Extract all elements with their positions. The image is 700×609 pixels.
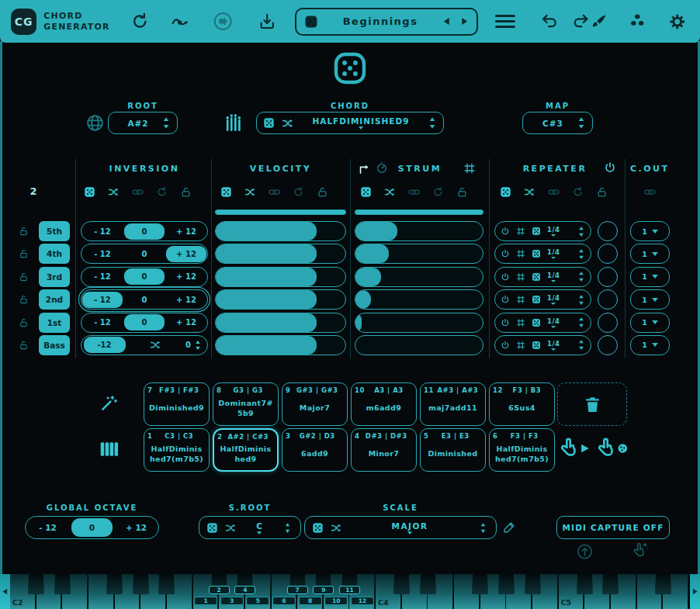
repeater-row-dice-icon[interactable] <box>532 272 541 282</box>
strum-bar[interactable] <box>355 244 483 264</box>
map-spinner-icon[interactable] <box>577 116 586 130</box>
repeater-control[interactable]: 1/4 <box>494 244 591 264</box>
repeater-power-icon[interactable] <box>604 161 616 174</box>
note-degree-button[interactable]: Bass <box>39 335 70 355</box>
repeater-reset-icon[interactable] <box>572 186 584 198</box>
theme-brush-icon[interactable] <box>591 13 608 30</box>
chord-out-select[interactable]: 1 <box>630 244 670 264</box>
repeater-link-icon[interactable] <box>548 186 560 198</box>
keyboard-scroll-right[interactable] <box>690 574 700 609</box>
repeater-rate[interactable]: 1/4 <box>547 226 560 237</box>
black-key[interactable] <box>602 574 619 594</box>
strum-quantize-icon[interactable] <box>463 162 476 175</box>
midi-capture-button[interactable]: MIDI CAPTURE OFF <box>556 516 670 539</box>
root-selector[interactable]: A#2 <box>108 112 178 134</box>
chord-slot[interactable]: 3G#2 | D36add9 <box>282 428 348 472</box>
trash-dropzone[interactable] <box>557 382 627 426</box>
black-key[interactable] <box>54 574 71 594</box>
chord-slot[interactable]: 12F3 | B36Sus4 <box>489 382 555 426</box>
keyboard-scroll-left[interactable] <box>0 574 10 609</box>
inversion-option[interactable]: - 12 <box>82 268 123 285</box>
strum-bar[interactable] <box>355 313 483 333</box>
black-key[interactable] <box>158 574 175 594</box>
chord-slot[interactable]: 5E3 | E3Diminished <box>420 428 486 472</box>
inversion-option[interactable]: 0 <box>124 314 165 330</box>
global-octave-option[interactable]: 0 <box>71 518 113 537</box>
velocity-master-bar[interactable] <box>215 209 346 215</box>
repeater-row-power-icon[interactable] <box>501 249 510 258</box>
strum-bar[interactable] <box>355 289 483 310</box>
repeater-rate[interactable]: 1/4 <box>547 248 560 259</box>
repeater-row-quantize-icon[interactable] <box>516 341 525 350</box>
repeater-rate[interactable]: 1/4 <box>547 272 560 282</box>
velocity-bar[interactable] <box>215 335 346 355</box>
inversion-control[interactable]: - 120+ 12 <box>81 221 208 241</box>
randomize-all-dice-button[interactable] <box>333 51 367 85</box>
black-key[interactable] <box>393 574 410 594</box>
repeater-knob[interactable] <box>598 335 618 355</box>
repeater-row-dice-icon[interactable] <box>532 341 541 350</box>
upload-icon[interactable] <box>576 542 594 560</box>
repeater-spinner-icon[interactable] <box>577 317 585 328</box>
repeater-control[interactable]: 1/4 <box>494 313 591 333</box>
preset-name[interactable]: Beginnings <box>318 16 442 27</box>
repeater-row-dice-icon[interactable] <box>532 318 541 327</box>
sroot-value[interactable]: C <box>256 521 262 531</box>
preset-next-icon[interactable] <box>460 17 469 26</box>
inversion-option[interactable]: - 12 <box>82 314 123 330</box>
strum-reset-icon[interactable] <box>432 186 444 198</box>
repeater-spinner-icon[interactable] <box>577 248 585 260</box>
chord-shuffle-icon[interactable] <box>282 117 294 130</box>
inversion-option[interactable]: 0 <box>124 223 165 240</box>
repeater-row-dice-icon[interactable] <box>532 295 541 304</box>
velocity-shuffle-icon[interactable] <box>244 186 256 198</box>
repeater-row-power-icon[interactable] <box>501 318 510 327</box>
repeater-spinner-icon[interactable] <box>577 294 585 306</box>
redo-icon[interactable] <box>571 12 590 31</box>
chord-slot[interactable]: 10A3 | A3m6add9 <box>351 382 417 426</box>
chord-dice-icon[interactable] <box>263 117 275 129</box>
repeater-row-quantize-icon[interactable] <box>516 227 525 236</box>
velocity-dice-icon[interactable] <box>220 186 232 198</box>
repeater-control[interactable]: 1/4 <box>494 289 591 310</box>
black-key[interactable] <box>577 574 593 594</box>
chord-slot[interactable]: 1C3 | C3HalfDiminished7(m7b5) <box>144 428 210 472</box>
chord-slot[interactable]: 8G3 | G3Dominant7#5b9 <box>213 382 279 426</box>
settings-gear-icon[interactable] <box>668 12 686 31</box>
velocity-bar[interactable] <box>215 289 346 310</box>
inversion-option[interactable]: 0 <box>124 268 165 285</box>
repeater-row-quantize-icon[interactable] <box>516 249 525 258</box>
row-lock-icon[interactable] <box>19 272 29 282</box>
repeater-row-quantize-icon[interactable] <box>516 295 525 304</box>
repeater-rate[interactable]: 1/4 <box>547 340 560 351</box>
repeater-knob[interactable] <box>598 313 618 333</box>
inversion-reset-icon[interactable] <box>156 186 168 198</box>
inversion-dice-icon[interactable] <box>84 186 95 198</box>
inversion-option[interactable]: - 12 <box>82 223 123 240</box>
note-degree-button[interactable]: 5th <box>39 221 70 241</box>
black-key[interactable] <box>28 574 44 594</box>
repeater-row-power-icon[interactable] <box>501 227 510 236</box>
global-octave-control[interactable]: - 120+ 12 <box>25 516 159 539</box>
repeater-knob[interactable] <box>598 244 618 264</box>
strum-bar[interactable] <box>355 335 483 355</box>
repeater-knob[interactable] <box>598 221 618 241</box>
scale-edit-pencil-icon[interactable] <box>503 521 516 534</box>
repeater-row-power-icon[interactable] <box>501 272 510 282</box>
repeater-knob[interactable] <box>598 267 618 287</box>
repeater-control[interactable]: 1/4 <box>494 335 591 355</box>
bass-minus-button[interactable]: -12 <box>84 337 126 353</box>
note-degree-button[interactable]: 2nd <box>39 289 70 310</box>
repeater-row-quantize-icon[interactable] <box>516 318 525 327</box>
velocity-bar[interactable] <box>215 267 346 287</box>
chord-spinner-icon[interactable] <box>428 116 437 130</box>
scale-shuffle-icon[interactable] <box>331 522 342 534</box>
globe-icon[interactable] <box>85 113 105 133</box>
repeater-spinner-icon[interactable] <box>577 226 585 237</box>
chord-out-select[interactable]: 1 <box>630 267 670 287</box>
black-key[interactable] <box>498 574 515 594</box>
bezier-morph-icon[interactable] <box>169 12 192 31</box>
strum-bar[interactable] <box>355 267 483 287</box>
strum-bar[interactable] <box>355 221 483 241</box>
global-octave-option[interactable]: - 12 <box>27 518 68 537</box>
